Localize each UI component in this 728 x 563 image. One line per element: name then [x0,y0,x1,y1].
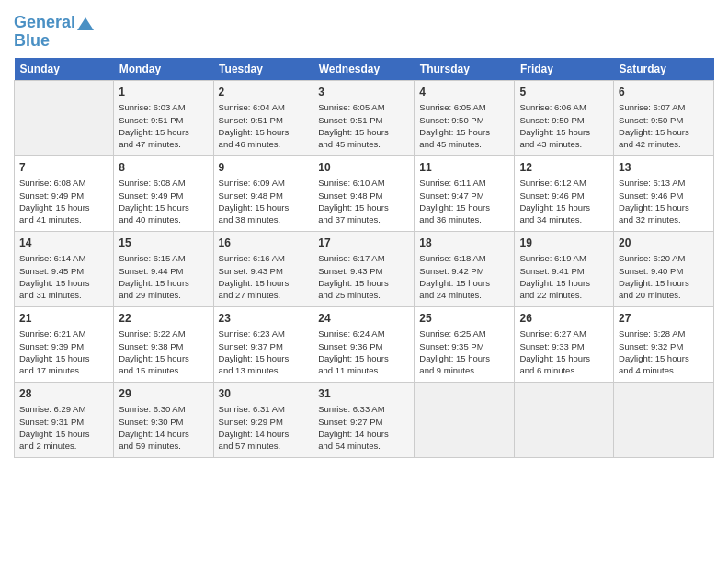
calendar-cell: 27Sunrise: 6:28 AMSunset: 9:32 PMDayligh… [614,306,714,382]
day-number: 26 [519,311,609,327]
calendar-cell: 7Sunrise: 6:08 AMSunset: 9:49 PMDaylight… [15,155,114,231]
calendar-cell [15,80,114,155]
day-info: Sunrise: 6:18 AMSunset: 9:42 PMDaylight:… [419,252,509,301]
calendar-cell: 8Sunrise: 6:08 AMSunset: 9:49 PMDaylight… [114,155,213,231]
logo-icon [77,17,94,30]
calendar-cell [415,382,515,457]
logo: General Blue [14,14,94,51]
calendar-cell: 12Sunrise: 6:12 AMSunset: 9:46 PMDayligh… [515,155,614,231]
day-number: 19 [519,236,609,251]
day-info: Sunrise: 6:16 AMSunset: 9:43 PMDaylight:… [219,252,309,301]
day-info: Sunrise: 6:14 AMSunset: 9:45 PMDaylight:… [19,252,108,301]
day-info: Sunrise: 6:13 AMSunset: 9:46 PMDaylight:… [619,177,709,225]
day-number: 27 [619,311,709,327]
day-info: Sunrise: 6:21 AMSunset: 9:39 PMDaylight:… [19,327,108,376]
day-number: 9 [219,160,309,176]
day-number: 6 [619,85,709,100]
day-number: 31 [318,386,409,402]
calendar-table: SundayMondayTuesdayWednesdayThursdayFrid… [14,58,714,458]
day-number: 24 [318,311,409,327]
calendar-cell: 18Sunrise: 6:18 AMSunset: 9:42 PMDayligh… [415,231,515,306]
day-number: 20 [619,236,709,251]
day-number: 17 [318,236,409,251]
week-row-5: 28Sunrise: 6:29 AMSunset: 9:31 PMDayligh… [15,382,714,457]
day-number: 29 [119,386,208,402]
day-info: Sunrise: 6:23 AMSunset: 9:37 PMDaylight:… [219,327,309,376]
calendar-cell: 17Sunrise: 6:17 AMSunset: 9:43 PMDayligh… [313,231,415,306]
day-number: 10 [318,160,409,176]
day-info: Sunrise: 6:30 AMSunset: 9:30 PMDaylight:… [119,403,208,452]
day-info: Sunrise: 6:22 AMSunset: 9:38 PMDaylight:… [119,327,208,376]
day-number: 28 [19,386,108,402]
calendar-cell: 15Sunrise: 6:15 AMSunset: 9:44 PMDayligh… [114,231,213,306]
weekday-saturday: Saturday [614,58,714,81]
day-number: 14 [19,236,108,251]
logo-blue: Blue [14,31,50,50]
calendar-cell: 26Sunrise: 6:27 AMSunset: 9:33 PMDayligh… [515,306,614,382]
calendar-cell: 16Sunrise: 6:16 AMSunset: 9:43 PMDayligh… [213,231,313,306]
day-number: 15 [119,236,208,251]
weekday-friday: Friday [515,58,614,81]
page-header: General Blue [14,14,714,51]
weekday-thursday: Thursday [415,58,515,81]
calendar-cell: 10Sunrise: 6:10 AMSunset: 9:48 PMDayligh… [313,155,415,231]
week-row-4: 21Sunrise: 6:21 AMSunset: 9:39 PMDayligh… [15,306,714,382]
day-info: Sunrise: 6:20 AMSunset: 9:40 PMDaylight:… [619,252,709,301]
weekday-header-row: SundayMondayTuesdayWednesdayThursdayFrid… [15,58,714,81]
day-number: 1 [119,85,208,100]
calendar-cell: 25Sunrise: 6:25 AMSunset: 9:35 PMDayligh… [415,306,515,382]
calendar-cell: 30Sunrise: 6:31 AMSunset: 9:29 PMDayligh… [213,382,313,457]
day-number: 18 [419,236,509,251]
calendar-cell: 20Sunrise: 6:20 AMSunset: 9:40 PMDayligh… [614,231,714,306]
day-info: Sunrise: 6:25 AMSunset: 9:35 PMDaylight:… [419,327,509,376]
day-number: 5 [519,85,609,100]
week-row-2: 7Sunrise: 6:08 AMSunset: 9:49 PMDaylight… [15,155,714,231]
calendar-cell: 29Sunrise: 6:30 AMSunset: 9:30 PMDayligh… [114,382,213,457]
calendar-cell: 4Sunrise: 6:05 AMSunset: 9:50 PMDaylight… [415,80,515,155]
logo-text: General [14,14,75,32]
day-info: Sunrise: 6:04 AMSunset: 9:51 PMDaylight:… [219,101,309,150]
day-info: Sunrise: 6:27 AMSunset: 9:33 PMDaylight:… [519,327,609,376]
day-info: Sunrise: 6:07 AMSunset: 9:50 PMDaylight:… [619,101,709,150]
day-info: Sunrise: 6:17 AMSunset: 9:43 PMDaylight:… [318,252,409,301]
day-info: Sunrise: 6:15 AMSunset: 9:44 PMDaylight:… [119,252,208,301]
page-container: General Blue SundayMondayTuesdayWednesda… [0,0,728,467]
day-info: Sunrise: 6:06 AMSunset: 9:50 PMDaylight:… [519,101,609,150]
day-info: Sunrise: 6:28 AMSunset: 9:32 PMDaylight:… [619,327,709,376]
calendar-cell [515,382,614,457]
calendar-cell: 14Sunrise: 6:14 AMSunset: 9:45 PMDayligh… [15,231,114,306]
logo-general: General [14,13,75,31]
day-info: Sunrise: 6:08 AMSunset: 9:49 PMDaylight:… [19,177,108,225]
day-number: 8 [119,160,208,176]
day-number: 22 [119,311,208,327]
day-number: 3 [318,85,409,100]
calendar-cell: 11Sunrise: 6:11 AMSunset: 9:47 PMDayligh… [415,155,515,231]
calendar-cell: 19Sunrise: 6:19 AMSunset: 9:41 PMDayligh… [515,231,614,306]
calendar-cell: 23Sunrise: 6:23 AMSunset: 9:37 PMDayligh… [213,306,313,382]
day-info: Sunrise: 6:29 AMSunset: 9:31 PMDaylight:… [19,403,108,452]
day-info: Sunrise: 6:19 AMSunset: 9:41 PMDaylight:… [519,252,609,301]
calendar-cell: 28Sunrise: 6:29 AMSunset: 9:31 PMDayligh… [15,382,114,457]
day-info: Sunrise: 6:05 AMSunset: 9:51 PMDaylight:… [318,101,409,150]
day-info: Sunrise: 6:03 AMSunset: 9:51 PMDaylight:… [119,101,208,150]
day-info: Sunrise: 6:31 AMSunset: 9:29 PMDaylight:… [219,403,309,452]
weekday-monday: Monday [114,58,213,81]
day-info: Sunrise: 6:11 AMSunset: 9:47 PMDaylight:… [419,177,509,225]
calendar-cell: 6Sunrise: 6:07 AMSunset: 9:50 PMDaylight… [614,80,714,155]
day-number: 30 [219,386,309,402]
day-info: Sunrise: 6:05 AMSunset: 9:50 PMDaylight:… [419,101,509,150]
day-info: Sunrise: 6:24 AMSunset: 9:36 PMDaylight:… [318,327,409,376]
calendar-cell: 22Sunrise: 6:22 AMSunset: 9:38 PMDayligh… [114,306,213,382]
day-number: 23 [219,311,309,327]
day-number: 21 [19,311,108,327]
calendar-cell: 2Sunrise: 6:04 AMSunset: 9:51 PMDaylight… [213,80,313,155]
day-info: Sunrise: 6:33 AMSunset: 9:27 PMDaylight:… [318,403,409,452]
calendar-cell [614,382,714,457]
calendar-cell: 31Sunrise: 6:33 AMSunset: 9:27 PMDayligh… [313,382,415,457]
day-info: Sunrise: 6:09 AMSunset: 9:48 PMDaylight:… [219,177,309,225]
day-number: 12 [519,160,609,176]
day-number: 2 [219,85,309,100]
weekday-sunday: Sunday [15,58,114,81]
weekday-tuesday: Tuesday [213,58,313,81]
calendar-cell: 24Sunrise: 6:24 AMSunset: 9:36 PMDayligh… [313,306,415,382]
